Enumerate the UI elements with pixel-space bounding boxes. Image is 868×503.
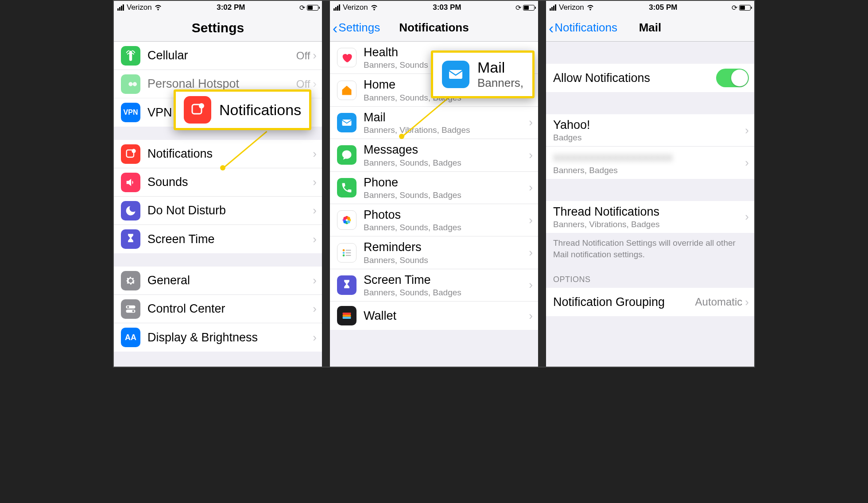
photos-sub: Banners, Sounds, Badges bbox=[364, 223, 529, 232]
svg-point-14 bbox=[347, 221, 350, 224]
page-title: Mail bbox=[639, 21, 662, 35]
row-wallet[interactable]: Wallet › bbox=[330, 302, 538, 330]
options-header: OPTIONS bbox=[546, 262, 754, 288]
status-time: 3:03 PM bbox=[433, 3, 461, 12]
wallet-icon bbox=[337, 306, 356, 325]
callout-notifications: Notifications bbox=[174, 89, 311, 130]
row-messages[interactable]: Messages Banners, Sounds, Badges › bbox=[330, 139, 538, 171]
chevron-right-icon: › bbox=[745, 156, 749, 170]
chevron-right-icon: › bbox=[529, 278, 533, 292]
text-size-icon: AA bbox=[121, 328, 140, 347]
row-mail[interactable]: Mail Banners, Vibrations, Badges › bbox=[330, 107, 538, 139]
row-notifications[interactable]: Notifications › bbox=[114, 140, 322, 168]
row-cellular[interactable]: Cellular Off › bbox=[114, 42, 322, 70]
back-button[interactable]: ‹ Notifications bbox=[549, 14, 617, 41]
cellular-label: Cellular bbox=[147, 48, 296, 62]
chevron-right-icon: › bbox=[313, 175, 317, 189]
back-button[interactable]: ‹ Settings bbox=[333, 14, 380, 41]
cellular-value: Off bbox=[296, 50, 310, 62]
general-label: General bbox=[147, 273, 313, 287]
thread-notifications-sub: Banners, Vibrations, Badges bbox=[553, 220, 745, 229]
screenshot-stage: Verizon 3:02 PM ⟳ Settings Cellular Off … bbox=[113, 0, 755, 368]
row-display[interactable]: AA Display & Brightness › bbox=[114, 323, 322, 352]
row-thread-notifications[interactable]: Thread Notifications Banners, Vibrations… bbox=[546, 201, 754, 233]
control-center-label: Control Center bbox=[147, 302, 313, 316]
chevron-right-icon: › bbox=[529, 213, 533, 227]
hourglass-icon bbox=[121, 229, 140, 249]
divider bbox=[322, 1, 330, 367]
messages-label: Messages bbox=[364, 143, 529, 157]
svg-point-21 bbox=[343, 254, 345, 256]
battery-icon bbox=[523, 5, 535, 11]
phone-sub: Banners, Sounds, Badges bbox=[364, 190, 529, 200]
navbar: ‹ Notifications Mail bbox=[546, 14, 754, 42]
allow-notifications-toggle[interactable] bbox=[716, 69, 749, 87]
row-control-center[interactable]: Control Center › bbox=[114, 295, 322, 323]
redacted-label: xxxxxxxxxxxxxxxxxxxx bbox=[553, 150, 745, 164]
svg-rect-18 bbox=[346, 250, 351, 251]
hotspot-icon bbox=[121, 74, 140, 94]
row-allow-notifications[interactable]: Allow Notifications bbox=[546, 64, 754, 92]
row-general[interactable]: General › bbox=[114, 267, 322, 295]
yahoo-label: Yahoo! bbox=[553, 118, 745, 132]
chevron-left-icon: ‹ bbox=[549, 20, 554, 35]
notifications-icon bbox=[121, 144, 140, 164]
notification-grouping-value: Automatic bbox=[695, 296, 743, 308]
photos-label: Photos bbox=[364, 208, 529, 222]
row-account-redacted[interactable]: xxxxxxxxxxxxxxxxxxxx Banners, Badges › bbox=[546, 147, 754, 178]
row-phone[interactable]: Phone Banners, Sounds, Badges › bbox=[330, 172, 538, 204]
callout-mail-title: Mail bbox=[477, 59, 523, 76]
row-sounds[interactable]: Sounds › bbox=[114, 168, 322, 197]
chevron-right-icon: › bbox=[745, 295, 749, 309]
heart-icon bbox=[337, 48, 356, 67]
thread-notifications-label: Thread Notifications bbox=[553, 205, 745, 219]
phone-label: Phone bbox=[364, 175, 529, 190]
arrow-target-dot bbox=[220, 165, 225, 170]
chevron-right-icon: › bbox=[529, 181, 533, 194]
back-label: Notifications bbox=[554, 21, 617, 35]
row-account-yahoo[interactable]: Yahoo! Badges › bbox=[546, 114, 754, 147]
page-title: Settings bbox=[192, 20, 244, 35]
chevron-right-icon: › bbox=[313, 232, 317, 246]
wifi-icon bbox=[154, 2, 163, 13]
svg-point-7 bbox=[199, 103, 204, 108]
status-bar: Verizon 3:02 PM ⟳ bbox=[114, 1, 322, 14]
phone-notifications: Verizon 3:03 PM ⟳ ‹ Settings Notificatio… bbox=[330, 1, 538, 367]
sounds-label: Sounds bbox=[147, 175, 313, 189]
arrow-target-dot bbox=[399, 134, 404, 139]
chevron-right-icon: › bbox=[313, 77, 317, 91]
battery-icon bbox=[739, 5, 751, 11]
wallet-label: Wallet bbox=[364, 309, 529, 323]
status-bar: Verizon 3:03 PM ⟳ bbox=[330, 1, 538, 14]
svg-point-13 bbox=[347, 217, 350, 220]
envelope-icon bbox=[442, 61, 469, 88]
house-icon bbox=[337, 81, 356, 100]
chevron-right-icon: › bbox=[313, 204, 317, 217]
chevron-right-icon: › bbox=[313, 302, 317, 316]
hotspot-value: Off bbox=[296, 78, 310, 90]
row-reminders[interactable]: Reminders Banners, Sounds › bbox=[330, 236, 538, 269]
row-screentime-app[interactable]: Screen Time Banners, Sounds, Badges › bbox=[330, 269, 538, 302]
svg-point-1 bbox=[132, 149, 136, 153]
row-photos[interactable]: Photos Banners, Sounds, Badges › bbox=[330, 204, 538, 236]
thread-footer-note: Thread Notification Settings will overri… bbox=[546, 233, 754, 262]
yahoo-sub: Badges bbox=[553, 133, 745, 143]
callout-notifications-title: Notifications bbox=[219, 101, 301, 119]
svg-point-4 bbox=[127, 306, 129, 308]
chevron-right-icon: › bbox=[529, 246, 533, 259]
row-dnd[interactable]: Do Not Disturb › bbox=[114, 197, 322, 225]
list-icon bbox=[337, 243, 356, 263]
svg-point-17 bbox=[343, 249, 345, 251]
row-notification-grouping[interactable]: Notification Grouping Automatic › bbox=[546, 288, 754, 316]
notification-grouping-label: Notification Grouping bbox=[553, 295, 695, 309]
svg-point-16 bbox=[343, 217, 346, 220]
svg-rect-22 bbox=[346, 255, 351, 255]
sounds-icon bbox=[121, 173, 140, 192]
screentime-label: Screen Time bbox=[147, 232, 313, 246]
carrier-label: Verizon bbox=[559, 3, 584, 12]
carrier-label: Verizon bbox=[343, 3, 368, 12]
switches-icon bbox=[121, 299, 140, 319]
svg-rect-20 bbox=[346, 252, 351, 253]
navbar: ‹ Settings Notifications bbox=[330, 14, 538, 42]
row-screentime[interactable]: Screen Time › bbox=[114, 225, 322, 253]
